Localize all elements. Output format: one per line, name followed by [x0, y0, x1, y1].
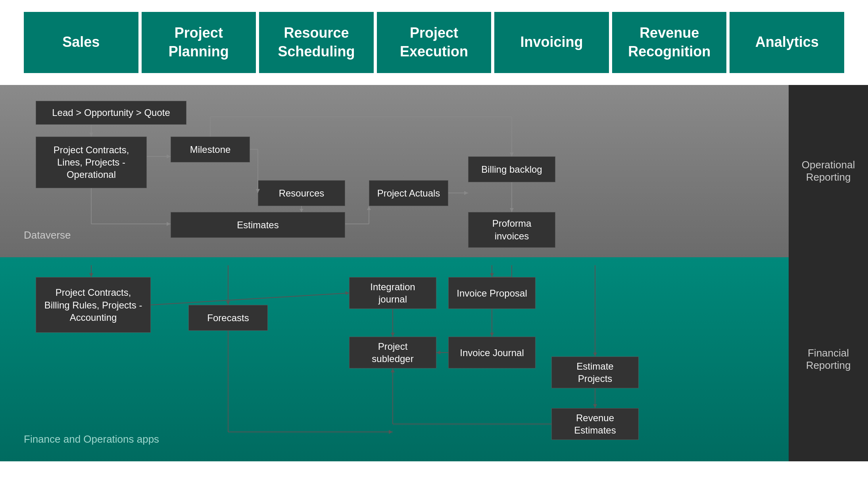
financial-reporting-label: Financial Reporting — [789, 343, 868, 376]
box-invoice-journal: Invoice Journal — [448, 337, 536, 368]
box-resources: Resources — [258, 180, 345, 206]
svg-marker-39 — [436, 351, 440, 355]
svg-marker-37 — [490, 333, 494, 337]
svg-line-25 — [151, 293, 349, 305]
dataverse-layout: Lead > Opportunity > Quote Project Contr… — [12, 93, 777, 250]
svg-marker-33 — [391, 333, 395, 337]
svg-marker-28 — [226, 301, 230, 305]
tile-revenue-recognition[interactable]: Revenue Recognition — [612, 12, 727, 73]
box-billing-backlog: Billing backlog — [468, 156, 555, 182]
operational-reporting-panel: Operational Reporting — [789, 85, 868, 258]
svg-marker-6 — [167, 222, 171, 226]
box-project-contracts-accounting: Project Contracts, Billing Rules, Projec… — [36, 277, 151, 333]
svg-marker-22 — [367, 206, 371, 210]
top-header: Sales Project Planning Resource Scheduli… — [0, 0, 868, 85]
tile-analytics[interactable]: Analytics — [730, 12, 844, 73]
main-area: Lead > Opportunity > Quote Project Contr… — [0, 85, 868, 461]
box-estimates: Estimates — [171, 212, 345, 238]
svg-marker-1 — [89, 133, 93, 137]
svg-marker-24 — [89, 273, 93, 277]
tile-sales[interactable]: Sales — [24, 12, 138, 73]
svg-marker-17 — [464, 191, 468, 195]
box-invoice-proposal: Invoice Proposal — [448, 277, 536, 309]
svg-marker-26 — [345, 291, 349, 295]
svg-marker-31 — [389, 430, 393, 434]
svg-marker-43 — [593, 404, 597, 408]
box-forecasts: Forecasts — [188, 305, 268, 331]
svg-marker-3 — [167, 154, 171, 158]
svg-marker-41 — [593, 353, 597, 357]
box-lead-opportunity-quote: Lead > Opportunity > Quote — [36, 101, 186, 125]
box-milestone: Milestone — [171, 137, 250, 162]
box-integration-journal: Integration journal — [349, 277, 436, 309]
tile-project-planning[interactable]: Project Planning — [142, 12, 256, 73]
tile-invoicing[interactable]: Invoicing — [494, 12, 609, 73]
tile-project-execution[interactable]: Project Execution — [377, 12, 492, 73]
dataverse-label: Dataverse — [24, 229, 71, 241]
svg-marker-11 — [300, 209, 303, 212]
box-revenue-estimates: Revenue Estimates — [551, 408, 639, 440]
box-project-actuals: Project Actuals — [369, 180, 448, 206]
operational-reporting-label: Operational Reporting — [789, 155, 868, 187]
box-proforma-invoices: Proforma invoices — [468, 212, 555, 248]
svg-marker-19 — [510, 208, 514, 212]
tile-resource-scheduling[interactable]: Resource Scheduling — [259, 12, 374, 73]
box-project-contracts-operational: Project Contracts, Lines, Projects - Ope… — [36, 137, 147, 188]
svg-marker-46 — [391, 368, 395, 372]
finance-layout: Project Contracts, Billing Rules, Projec… — [12, 265, 777, 453]
svg-marker-35 — [490, 273, 494, 277]
page-wrapper: Sales Project Planning Resource Scheduli… — [0, 0, 868, 461]
box-project-subledger: Project subledger — [349, 337, 436, 368]
box-estimate-projects: Estimate Projects — [551, 357, 639, 388]
finance-section: Project Contracts, Billing Rules, Projec… — [0, 257, 868, 461]
dataverse-section: Lead > Opportunity > Quote Project Contr… — [0, 85, 868, 258]
svg-marker-15 — [510, 152, 514, 156]
financial-reporting-panel: Financial Reporting — [789, 257, 868, 461]
finance-label: Finance and Operations apps — [24, 433, 159, 445]
